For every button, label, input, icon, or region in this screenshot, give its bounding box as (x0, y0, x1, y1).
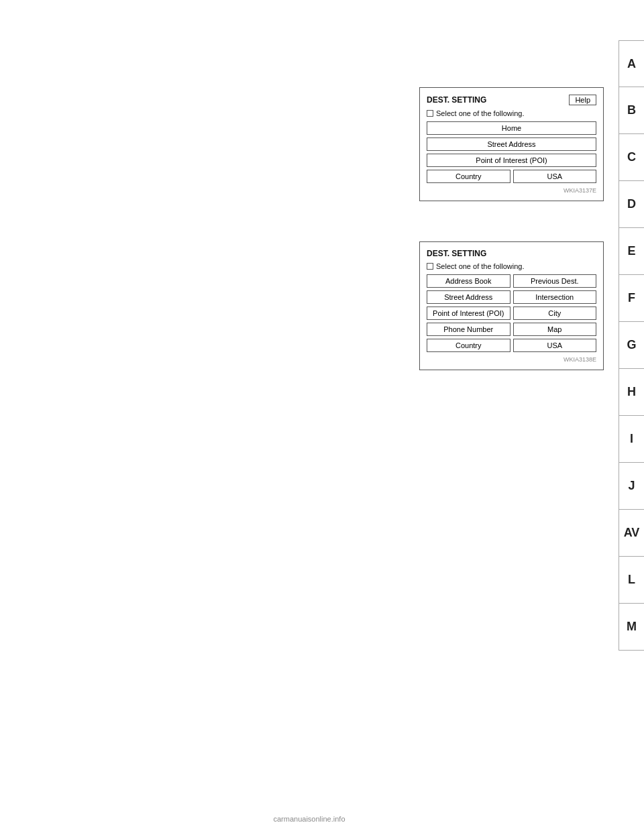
checkbox-icon-top (427, 110, 433, 117)
panel-bottom-header: DEST. SETTING (427, 249, 596, 258)
street-address-row: Street Address Intersection (427, 290, 596, 304)
city-button[interactable]: City (513, 307, 597, 320)
help-button-top[interactable]: Help (569, 95, 596, 105)
country-button-top[interactable]: Country (427, 170, 511, 183)
sidebar-letter-h[interactable]: H (619, 369, 644, 416)
sidebar-letter-f[interactable]: F (619, 275, 644, 322)
address-book-button[interactable]: Address Book (427, 274, 511, 288)
country-button-bottom[interactable]: Country (427, 339, 511, 352)
panel-top-header: DEST. SETTING Help (427, 95, 596, 105)
sidebar-letter-b[interactable]: B (619, 87, 644, 134)
sidebar-letter-g[interactable]: G (619, 322, 644, 369)
checkbox-icon-bottom (427, 263, 433, 270)
panel-bottom-title: DEST. SETTING (427, 249, 486, 258)
street-address-button-top[interactable]: Street Address (427, 137, 596, 151)
watermark-top: WKIA3137E (427, 187, 596, 194)
sidebar-letter-m[interactable]: M (619, 604, 644, 651)
country-row-bottom: Country USA (427, 339, 596, 352)
street-address-button-bottom[interactable]: Street Address (427, 290, 511, 304)
phone-number-row: Phone Number Map (427, 323, 596, 336)
home-button[interactable]: Home (427, 121, 596, 135)
footer-watermark: carmanuaisonline.info (0, 815, 619, 823)
sidebar-letter-i[interactable]: I (619, 416, 644, 463)
country-row-top: Country USA (427, 170, 596, 183)
poi-button-bottom[interactable]: Point of Interest (POI) (427, 307, 511, 320)
address-book-row: Address Book Previous Dest. (427, 274, 596, 288)
usa-button-top[interactable]: USA (513, 170, 597, 183)
sidebar-letter-a[interactable]: A (619, 40, 644, 87)
sidebar-letter-d[interactable]: D (619, 181, 644, 228)
usa-button-bottom[interactable]: USA (513, 339, 597, 352)
poi-row: Point of Interest (POI) City (427, 307, 596, 320)
poi-button-top[interactable]: Point of Interest (POI) (427, 154, 596, 167)
dest-setting-panel-bottom: DEST. SETTING Select one of the followin… (419, 241, 604, 370)
sidebar: A B C D E F G H I J AV L M (619, 0, 644, 833)
sidebar-letter-e[interactable]: E (619, 228, 644, 275)
map-button[interactable]: Map (513, 323, 597, 336)
intersection-button[interactable]: Intersection (513, 290, 597, 304)
select-text-top: Select one of the following. (427, 109, 596, 117)
sidebar-letter-c[interactable]: C (619, 134, 644, 181)
dest-setting-panel-top: DEST. SETTING Help Select one of the fol… (419, 87, 604, 201)
panel-top-title: DEST. SETTING (427, 95, 486, 105)
watermark-bottom: WKIA3138E (427, 356, 596, 363)
select-text-bottom: Select one of the following. (427, 262, 596, 270)
previous-dest-button[interactable]: Previous Dest. (513, 274, 597, 288)
sidebar-letter-j[interactable]: J (619, 463, 644, 510)
sidebar-letter-av[interactable]: AV (619, 510, 644, 557)
sidebar-letter-l[interactable]: L (619, 557, 644, 604)
phone-number-button[interactable]: Phone Number (427, 323, 511, 336)
